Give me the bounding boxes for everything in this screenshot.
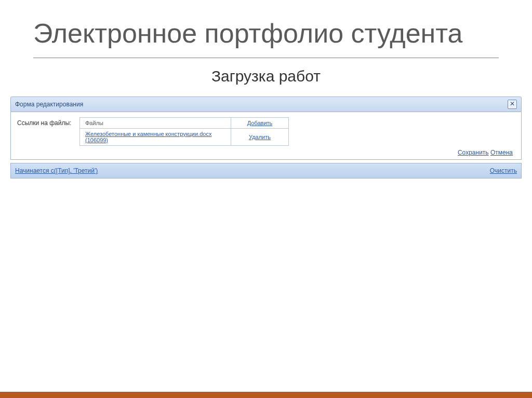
add-link[interactable]: Добавить: [247, 120, 273, 126]
slide-title: Электронное портфолио студента: [33, 19, 499, 58]
save-link[interactable]: Сохранить: [458, 149, 489, 156]
delete-link[interactable]: Удалить: [249, 134, 271, 140]
files-table: Файлы Добавить Железобетонные и каменные…: [79, 117, 289, 146]
filter-bar: Начинается с([Тип], 'Третий') Очистить: [10, 163, 522, 179]
panel-body: Ссылки на файлы: Файлы Добавить Железобе…: [10, 112, 522, 160]
files-column-header: Файлы: [80, 118, 231, 129]
table-header-row: Файлы Добавить: [80, 118, 289, 129]
files-field-label: Ссылки на файлы:: [17, 117, 79, 127]
file-cell: Железобетонные и каменные конструкции.do…: [80, 129, 231, 146]
edit-form-panel: Форма редактирования ✕ Ссылки на файлы: …: [10, 97, 522, 179]
panel-header-title: Форма редактирования: [15, 101, 83, 108]
add-cell: Добавить: [231, 118, 289, 129]
file-link[interactable]: Железобетонные и каменные конструкции.do…: [85, 131, 211, 143]
slide-subtitle: Загрузка работ: [0, 67, 532, 85]
filter-expression-link[interactable]: Начинается с([Тип], 'Третий'): [15, 167, 98, 174]
panel-header: Форма редактирования ✕: [10, 97, 522, 112]
close-icon[interactable]: ✕: [508, 100, 517, 109]
slide-decoration: [0, 392, 532, 398]
filter-clear-link[interactable]: Очистить: [490, 167, 517, 174]
panel-actions: Сохранить Отмена: [17, 146, 515, 156]
cancel-link[interactable]: Отмена: [490, 149, 513, 156]
table-row: Железобетонные и каменные конструкции.do…: [80, 129, 289, 146]
delete-cell: Удалить: [231, 129, 289, 146]
